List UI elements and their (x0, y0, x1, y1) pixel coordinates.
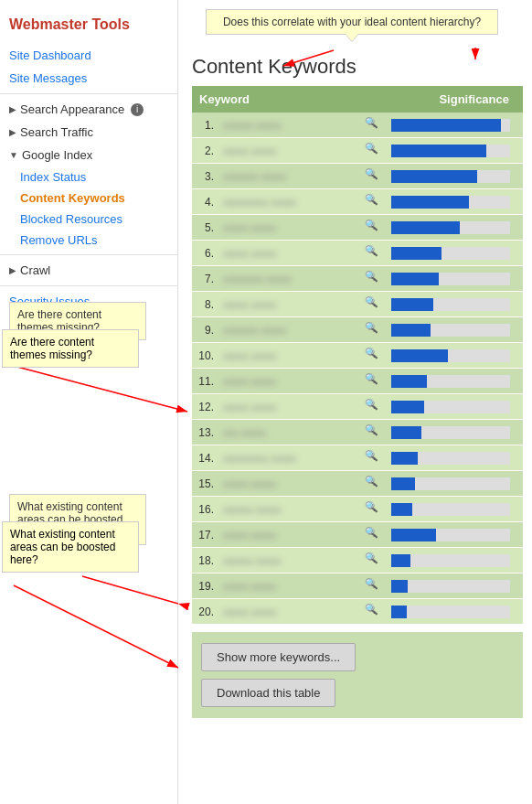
download-table-button[interactable]: Download this table (201, 679, 335, 707)
sidebar-sub-content-keywords[interactable]: Content Keywords (0, 188, 177, 209)
table-row: 16.xxxxxx xxxxx🔍 (192, 497, 523, 522)
search-icon[interactable]: 🔍 (364, 348, 380, 364)
search-icon-cell[interactable]: 🔍 (358, 138, 386, 164)
sidebar-item-google-index[interactable]: ▼ Google Index (0, 144, 177, 166)
keyword-cell: xxxxxx xxxxx (218, 113, 358, 138)
search-icon[interactable]: 🔍 (364, 450, 380, 466)
significance-bar-cell (386, 266, 523, 292)
search-icon-cell[interactable]: 🔍 (358, 317, 386, 343)
divider-3 (0, 285, 177, 286)
significance-bar-cell (386, 420, 523, 445)
search-icon[interactable]: 🔍 (364, 296, 380, 313)
search-icon[interactable]: 🔍 (364, 552, 380, 569)
search-icon-cell[interactable]: 🔍 (358, 394, 386, 420)
sidebar-item-site-dashboard[interactable]: Site Dashboard (0, 44, 177, 67)
search-icon[interactable]: 🔍 (364, 373, 380, 390)
table-row: 8.xxxxx xxxxx🔍 (192, 292, 523, 317)
row-number: 12. (192, 394, 218, 420)
bar-fill (391, 247, 442, 260)
search-icon-cell[interactable]: 🔍 (358, 548, 386, 574)
search-icon[interactable]: 🔍 (364, 168, 380, 185)
show-more-button[interactable]: Show more keywords... (201, 643, 356, 671)
keyword-cell: xxxxx xxxxx (218, 241, 358, 266)
search-icon[interactable]: 🔍 (364, 424, 380, 441)
search-icon[interactable]: 🔍 (364, 245, 380, 262)
row-number: 15. (192, 471, 218, 497)
search-icon[interactable]: 🔍 (364, 220, 380, 236)
search-icon-cell[interactable]: 🔍 (358, 292, 386, 317)
bar-fill (391, 580, 408, 593)
search-icon-cell[interactable]: 🔍 (358, 574, 386, 599)
callout-top: Does this correlate with your ideal cont… (206, 9, 498, 35)
search-icon[interactable]: 🔍 (364, 399, 380, 415)
bar-fill (391, 221, 460, 234)
search-icon-cell[interactable]: 🔍 (358, 522, 386, 548)
search-icon-cell[interactable]: 🔍 (358, 266, 386, 292)
significance-bar-cell (386, 394, 523, 420)
table-row: 9.xxxxxxx xxxxx🔍 (192, 317, 523, 343)
significance-bar-cell (386, 497, 523, 522)
search-icon-cell[interactable]: 🔍 (358, 189, 386, 215)
search-icon[interactable]: 🔍 (364, 501, 380, 518)
search-icon-cell[interactable]: 🔍 (358, 471, 386, 497)
info-icon[interactable]: i (131, 103, 144, 116)
row-number: 6. (192, 241, 218, 266)
significance-bar-cell (386, 164, 523, 189)
bar-fill (391, 477, 415, 490)
search-icon-cell[interactable]: 🔍 (358, 497, 386, 522)
search-icon[interactable]: 🔍 (364, 322, 380, 338)
sidebar-item-search-appearance[interactable]: ▶ Search Appearance i (0, 98, 177, 121)
search-icon[interactable]: 🔍 (364, 194, 380, 210)
table-row: 15.xxxxx xxxxx🔍 (192, 471, 523, 497)
search-icon-cell[interactable]: 🔍 (358, 113, 386, 138)
table-row: 1.xxxxxx xxxxx🔍 (192, 113, 523, 138)
search-icon-cell[interactable]: 🔍 (358, 445, 386, 471)
bar-fill (391, 375, 427, 388)
keyword-cell: xxxxx xxxxx (218, 215, 358, 241)
keyword-cell: xxxxxxx xxxxx (218, 317, 358, 343)
search-icon-cell[interactable]: 🔍 (358, 241, 386, 266)
table-row: 6.xxxxx xxxxx🔍 (192, 241, 523, 266)
search-icon[interactable]: 🔍 (364, 476, 380, 492)
keyword-cell: xxxxx xxxxx (218, 599, 358, 625)
main-content: Does this correlate with your ideal cont… (178, 0, 532, 727)
search-icon-cell[interactable]: 🔍 (358, 369, 386, 394)
keyword-cell: xxxxxxxxx xxxxx (218, 189, 358, 215)
keyword-cell: xxxxx xxxxx (218, 394, 358, 420)
search-icon-cell[interactable]: 🔍 (358, 599, 386, 625)
sidebar-sub-blocked-resources[interactable]: Blocked Resources (0, 209, 177, 230)
search-icon-cell[interactable]: 🔍 (358, 215, 386, 241)
search-icon[interactable]: 🔍 (364, 271, 380, 287)
significance-bar-cell (386, 189, 523, 215)
significance-bar-cell (386, 369, 523, 394)
search-icon[interactable]: 🔍 (364, 117, 380, 134)
table-row: 7.xxxxxxxx xxxxx🔍 (192, 266, 523, 292)
table-row: 12.xxxxx xxxxx🔍 (192, 394, 523, 420)
row-number: 5. (192, 215, 218, 241)
bar-fill (391, 119, 501, 132)
row-number: 7. (192, 266, 218, 292)
table-row: 17.xxxxx xxxxx🔍 (192, 522, 523, 548)
significance-bar-cell (386, 471, 523, 497)
keywords-table: Keyword Significance 1.xxxxxx xxxxx🔍2.xx… (192, 86, 523, 625)
divider-2 (0, 254, 177, 255)
search-icon-cell[interactable]: 🔍 (358, 343, 386, 369)
sidebar-item-search-traffic[interactable]: ▶ Search Traffic (0, 121, 177, 144)
search-icon[interactable]: 🔍 (364, 604, 380, 620)
search-icon-cell[interactable]: 🔍 (358, 420, 386, 445)
keyword-cell: xxxxx xxxxx (218, 369, 358, 394)
search-icon[interactable]: 🔍 (364, 527, 380, 543)
keyword-cell: xxxxxxxxx xxxxx (218, 445, 358, 471)
bar-fill (391, 606, 407, 618)
search-icon[interactable]: 🔍 (364, 578, 380, 595)
significance-bar-cell (386, 522, 523, 548)
row-number: 19. (192, 574, 218, 599)
search-icon[interactable]: 🔍 (364, 143, 380, 159)
bar-fill (391, 401, 424, 413)
search-icon-cell[interactable]: 🔍 (358, 164, 386, 189)
sidebar-sub-index-status[interactable]: Index Status (0, 166, 177, 188)
sidebar-item-site-messages[interactable]: Site Messages (0, 67, 177, 90)
table-row: 2.xxxxx xxxxx🔍 (192, 138, 523, 164)
sidebar-sub-remove-urls[interactable]: Remove URLs (0, 230, 177, 251)
sidebar-item-crawl[interactable]: ▶ Crawl (0, 259, 177, 282)
